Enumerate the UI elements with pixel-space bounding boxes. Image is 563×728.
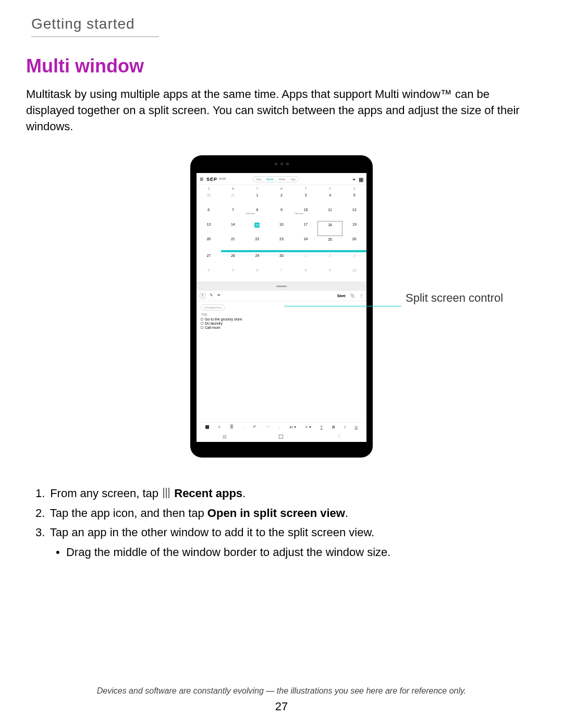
calendar-cell[interactable]: 15 — [245, 221, 270, 236]
calendar-day-header: F — [318, 185, 342, 192]
calendar-day-header: W — [270, 185, 294, 192]
calendar-cell[interactable]: 28 — [221, 252, 246, 267]
calendar-header: ≡ SEP 2020 Year Month Week Day + ▦ — [197, 173, 366, 185]
align-icon[interactable]: ≡ ▾ — [305, 425, 311, 429]
bold-icon[interactable]: B — [332, 425, 335, 429]
calendar-cell[interactable]: 23 — [270, 236, 294, 250]
steps-list: 1. From any screen, tap Recent apps. 2. … — [35, 484, 537, 562]
today-icon[interactable]: ▦ — [359, 177, 363, 182]
page-number: 27 — [0, 700, 563, 713]
checklist-item[interactable]: Go to the grocery store — [201, 317, 366, 321]
view-week[interactable]: Week — [276, 177, 288, 182]
checkbox-tool-icon[interactable] — [205, 425, 209, 429]
view-day[interactable]: Day — [288, 177, 298, 182]
calendar-cell[interactable]: 22 — [245, 236, 270, 250]
text-tool-icon[interactable]: T — [200, 293, 205, 299]
calendar-cell[interactable]: 31 — [221, 192, 246, 206]
fontsize-icon[interactable]: ᴀI ▾ — [289, 425, 296, 429]
calendar-cell[interactable]: 16 — [270, 221, 294, 236]
list-icon[interactable]: ≡ — [218, 425, 221, 429]
format-toolbar: ≡ ≣ | ↶ ↷ | ᴀI ▾ ≡ ▾ T B I U — [197, 422, 366, 431]
calendar-cell[interactable]: 10 — [342, 267, 366, 281]
checklist-item[interactable]: Do laundry — [201, 322, 366, 325]
italic-icon[interactable]: I — [344, 425, 345, 429]
calendar-day-header: T — [293, 185, 318, 192]
brush-tool-icon[interactable]: ✒ — [217, 293, 221, 299]
calendar-cell[interactable]: 9 — [270, 206, 294, 221]
pen-tool-icon[interactable]: ✎ — [210, 293, 213, 299]
view-month[interactable]: Month — [264, 177, 276, 182]
callout-label: Split screen control — [406, 291, 503, 305]
calendar-cell[interactable]: 1 — [293, 252, 318, 267]
calendar-cell[interactable]: 13 — [197, 221, 221, 236]
checklist-item[interactable]: Call mom — [201, 326, 366, 329]
calendar-cell[interactable]: 7 — [270, 267, 294, 281]
calendar-day-header: S — [342, 185, 366, 192]
calendar-cell[interactable]: 11 — [318, 206, 342, 221]
calendar-cell[interactable]: 29 — [245, 252, 270, 267]
redo-icon[interactable]: ↷ — [266, 425, 270, 429]
calendar-cell[interactable]: 24 — [293, 236, 318, 250]
step-3-sub: • Drag the middle of the window border t… — [64, 542, 537, 562]
attach-icon[interactable]: 📎 — [350, 293, 355, 298]
calendar-cell[interactable]: 8 — [293, 267, 318, 281]
checklist-item-label: Go to the grocery store — [205, 317, 242, 321]
calendar-cell[interactable]: 3 — [293, 192, 318, 206]
page-title: Multi window — [26, 55, 537, 77]
checkbox-icon[interactable] — [201, 318, 203, 320]
calendar-cell[interactable]: 20 — [197, 236, 221, 250]
calendar-cell[interactable]: 10Meeting — [293, 206, 318, 221]
calendar-cell[interactable]: 19 — [342, 221, 366, 236]
plus-icon[interactable]: + — [352, 177, 356, 182]
category-chip[interactable]: Uncategorized — [201, 304, 225, 311]
recents-nav-icon[interactable]: ⊟ — [223, 434, 227, 439]
back-nav-icon[interactable]: 〈 — [336, 434, 340, 440]
underline-icon[interactable]: U — [354, 425, 358, 429]
splitter-handle-icon[interactable] — [276, 286, 287, 287]
calendar-cell[interactable]: 17 — [293, 221, 318, 236]
notes-title-field[interactable]: Title — [201, 313, 366, 316]
save-button[interactable]: Save — [337, 294, 346, 298]
calendar-cell[interactable]: 2 — [270, 192, 294, 206]
textcolor-icon[interactable]: T — [320, 425, 323, 429]
calendar-cell[interactable]: 12 — [342, 206, 366, 221]
checkbox-icon[interactable] — [201, 322, 203, 325]
calendar-cell[interactable]: 6 — [245, 267, 270, 281]
notes-checklist: Go to the grocery storeDo laundryCall mo… — [201, 317, 366, 329]
calendar-cell[interactable]: 8Meeting — [245, 206, 270, 221]
calendar-cell[interactable]: 18 — [318, 221, 342, 236]
menu-icon[interactable]: ≡ — [200, 176, 203, 183]
calendar-cell[interactable]: 2 — [318, 252, 342, 267]
calendar-cell[interactable]: 1 — [245, 192, 270, 206]
calendar-cell[interactable]: 27 — [197, 252, 221, 267]
figure-container: ≡ SEP 2020 Year Month Week Day + ▦ S — [26, 155, 537, 458]
calendar-cell[interactable]: 9 — [318, 267, 342, 281]
checkbox-icon[interactable] — [201, 326, 203, 329]
calendar-cell[interactable]: 30 — [197, 192, 221, 206]
view-toggle[interactable]: Year Month Week Day — [253, 176, 299, 182]
divider: | — [279, 425, 280, 429]
calendar-cell[interactable]: 14 — [221, 221, 246, 236]
calendar-cell[interactable]: 5 — [221, 267, 246, 281]
calendar-cell[interactable]: 30 — [270, 252, 294, 267]
calendar-grid: SMTWTFS 303112345678Meeting910Meeting111… — [197, 185, 366, 281]
calendar-cell[interactable]: 26 — [342, 236, 366, 250]
step-3-text: Tap an app in the other window to add it… — [50, 526, 375, 539]
calendar-cell[interactable]: 5 — [342, 192, 366, 206]
bullets-icon[interactable]: ≣ — [230, 425, 234, 429]
calendar-day-header: M — [221, 185, 246, 192]
calendar-cell[interactable]: 6 — [197, 206, 221, 221]
calendar-cell[interactable]: 4 — [318, 192, 342, 206]
home-nav-icon[interactable] — [279, 435, 283, 439]
calendar-cell[interactable]: 4 — [197, 267, 221, 281]
more-icon[interactable]: ⋮ — [359, 293, 363, 298]
recent-apps-icon — [163, 488, 169, 498]
nav-bar: ⊟ 〈 — [197, 431, 366, 442]
calendar-cell[interactable]: 21 — [221, 236, 246, 250]
split-divider[interactable] — [197, 281, 366, 291]
calendar-cell[interactable]: 25 — [318, 236, 342, 250]
view-year[interactable]: Year — [253, 177, 264, 182]
calendar-cell[interactable]: 3 — [342, 252, 366, 267]
undo-icon[interactable]: ↶ — [253, 425, 256, 429]
calendar-cell[interactable]: 7 — [221, 206, 246, 221]
